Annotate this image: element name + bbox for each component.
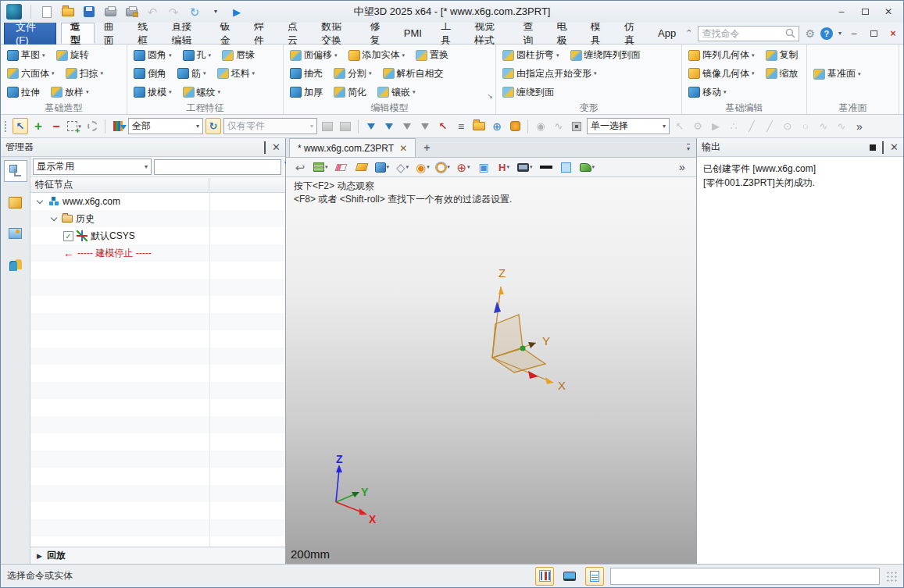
filter-apply-icon[interactable]: ↻ bbox=[205, 118, 221, 134]
menu-tab-App[interactable]: App bbox=[649, 23, 685, 44]
manager-restore-button[interactable] bbox=[264, 142, 266, 153]
part-filter-combo[interactable]: 仅有零件▾ bbox=[223, 118, 317, 134]
ribbon-button-置换[interactable]: 置换 bbox=[413, 48, 452, 62]
filter-shape2-icon[interactable] bbox=[381, 118, 397, 134]
minimize-button[interactable]: – bbox=[831, 4, 852, 20]
add-selection-icon[interactable]: + bbox=[30, 118, 46, 134]
ribbon-collapse-icon[interactable]: ⌃ bbox=[685, 28, 692, 38]
resize-grip[interactable] bbox=[886, 571, 897, 582]
ribbon-button-扫掠[interactable]: 扫掠▾ bbox=[63, 66, 107, 81]
ribbon-button-阵列几何体[interactable]: 阵列几何体▾ bbox=[685, 48, 758, 62]
toolbar-grip[interactable] bbox=[4, 120, 7, 133]
menu-tab-数据交换[interactable]: 数据交换 bbox=[312, 23, 360, 44]
menu-tab-焊件[interactable]: 焊件 bbox=[245, 23, 278, 44]
new-tab-button[interactable]: + bbox=[416, 138, 438, 157]
ribbon-button-简化[interactable]: 简化 bbox=[331, 85, 370, 100]
output-close-button[interactable]: ✕ bbox=[890, 142, 899, 152]
viewport-canvas[interactable]: 按下<F2> 动态观察 <F8> 或者 <Shift-roll> 查找下一个有效… bbox=[286, 177, 696, 564]
surface-display-icon[interactable]: ▾ bbox=[579, 159, 596, 176]
menu-tab-仿真[interactable]: 仿真 bbox=[615, 23, 649, 44]
menu-tab-模具[interactable]: 模具 bbox=[581, 23, 615, 44]
display-filter-combo[interactable]: 显示常用▾ bbox=[33, 159, 152, 175]
filter-color-icon[interactable] bbox=[110, 118, 126, 134]
ribbon-button-缠绕阵列到面[interactable]: 缠绕阵列到面 bbox=[567, 48, 644, 62]
menu-tab-钣金[interactable]: 钣金 bbox=[211, 23, 245, 44]
menu-tab-线框[interactable]: 线框 bbox=[128, 23, 162, 44]
status-display-icon[interactable] bbox=[560, 567, 579, 586]
menu-tab-查询[interactable]: 查询 bbox=[513, 23, 547, 44]
replay-section[interactable]: ▶ 回放 bbox=[30, 547, 285, 564]
help-icon[interactable]: ? bbox=[820, 27, 833, 40]
ribbon-button-圆柱折弯[interactable]: 圆柱折弯▾ bbox=[499, 48, 563, 62]
menu-tab-修复[interactable]: 修复 bbox=[361, 23, 395, 44]
ribbon-button-放样[interactable]: 放样▾ bbox=[48, 85, 92, 100]
doc-minimize-button[interactable]: – bbox=[847, 26, 861, 41]
pick-target-icon[interactable]: ↖ bbox=[435, 118, 451, 134]
tree-column-header[interactable]: 特征节点 bbox=[30, 177, 285, 193]
menu-tab-PMI[interactable]: PMI bbox=[395, 23, 431, 44]
ribbon-button-拔模[interactable]: 拔模▾ bbox=[130, 85, 175, 100]
continue-icon[interactable]: ▶ bbox=[229, 4, 245, 20]
output-restore-button[interactable] bbox=[882, 142, 884, 153]
ribbon-button-面偏移[interactable]: 面偏移▾ bbox=[287, 48, 341, 62]
status-notes-icon[interactable] bbox=[585, 567, 604, 586]
tree-item-默认CSYS[interactable]: ✓默认CSYS bbox=[30, 227, 285, 244]
settings-gear-icon[interactable]: ⚙ bbox=[805, 27, 815, 40]
expander-icon[interactable] bbox=[35, 201, 45, 203]
line-width-icon[interactable] bbox=[538, 159, 554, 176]
hatch-display-icon[interactable]: H▾ bbox=[496, 159, 512, 176]
selection-mode-combo[interactable]: 单一选择▾ bbox=[587, 118, 670, 134]
toolbar-overflow-icon[interactable]: » bbox=[852, 118, 867, 134]
view-orientation-icon[interactable]: ⊕▾ bbox=[456, 159, 471, 176]
tab-list-icon[interactable]: ▾ bbox=[687, 144, 690, 152]
checkbox-checked[interactable]: ✓ bbox=[63, 231, 73, 241]
ribbon-button-解析自相交[interactable]: 解析自相交 bbox=[380, 66, 447, 81]
web-browser-icon[interactable]: ⊕ bbox=[489, 118, 505, 134]
ribbon-button-唇缘[interactable]: 唇缘 bbox=[219, 48, 258, 62]
ribbon-button-旋转[interactable]: 旋转 bbox=[53, 48, 92, 62]
tab-close-icon[interactable]: ✕ bbox=[399, 143, 407, 154]
circle-display-icon[interactable]: ▾ bbox=[435, 159, 451, 176]
doc-close-button[interactable]: × bbox=[886, 26, 900, 41]
tree-item-www.x6g.com[interactable]: www.x6g.com bbox=[30, 193, 285, 210]
regen-icon[interactable]: ↻ bbox=[187, 4, 202, 20]
datum-plane-icon[interactable] bbox=[354, 159, 370, 176]
ribbon-button-由指定点开始变形[interactable]: 由指定点开始变形▾ bbox=[499, 66, 600, 81]
new-file-icon[interactable] bbox=[39, 4, 55, 20]
drag-mode-icon[interactable] bbox=[507, 118, 523, 134]
manager-tab-role[interactable] bbox=[4, 254, 27, 276]
erase-icon[interactable] bbox=[334, 159, 349, 176]
maximize-button[interactable] bbox=[855, 4, 875, 20]
box-select-icon[interactable]: ▾ bbox=[66, 118, 82, 134]
default-csys-graphic[interactable]: Z Y X bbox=[466, 265, 598, 401]
background-color-icon[interactable]: ▾ bbox=[516, 159, 534, 176]
shaded-display-icon[interactable]: ▾ bbox=[374, 159, 391, 176]
save-icon[interactable] bbox=[81, 4, 97, 20]
ribbon-button-拉伸[interactable]: 拉伸 bbox=[4, 85, 43, 100]
menu-tab-电极[interactable]: 电极 bbox=[548, 23, 581, 44]
document-tab[interactable]: * www.x6g.com.Z3PRT ✕ bbox=[289, 138, 416, 157]
ribbon-button-镶嵌[interactable]: 镶嵌▾ bbox=[374, 85, 419, 100]
menu-tab-点云[interactable]: 点云 bbox=[278, 23, 312, 44]
filter-shape-icon[interactable] bbox=[363, 118, 379, 134]
pick-cursor-icon[interactable]: ↖ bbox=[13, 118, 28, 134]
status-input[interactable] bbox=[610, 568, 880, 585]
ribbon-button-缠绕到面[interactable]: 缠绕到面 bbox=[499, 85, 557, 100]
command-search-input[interactable] bbox=[702, 28, 785, 39]
doc-restore-button[interactable] bbox=[866, 26, 881, 41]
menu-tab-视觉样式[interactable]: 视觉样式 bbox=[465, 23, 513, 44]
ribbon-button-复制[interactable]: 复制 bbox=[763, 48, 802, 62]
manager-tab-history[interactable] bbox=[4, 160, 27, 182]
manager-close-button[interactable]: ✕ bbox=[272, 142, 280, 152]
menu-tab-工具[interactable]: 工具 bbox=[431, 23, 465, 44]
help-dropdown-icon[interactable]: ▾ bbox=[838, 30, 841, 37]
close-button[interactable]: ✕ bbox=[878, 4, 899, 20]
entity-filter-combo[interactable]: 全部▾ bbox=[128, 118, 203, 134]
batch-print-icon[interactable] bbox=[123, 4, 139, 20]
menu-tab-曲面[interactable]: 曲面 bbox=[95, 23, 128, 44]
print-icon[interactable] bbox=[102, 4, 118, 20]
tree-item-历史[interactable]: 历史 bbox=[30, 210, 285, 227]
ribbon-button-缩放[interactable]: 缩放 bbox=[763, 66, 802, 81]
ribbon-button-添加实体[interactable]: 添加实体▾ bbox=[345, 48, 409, 62]
ribbon-button-倒角[interactable]: 倒角 bbox=[130, 66, 170, 81]
